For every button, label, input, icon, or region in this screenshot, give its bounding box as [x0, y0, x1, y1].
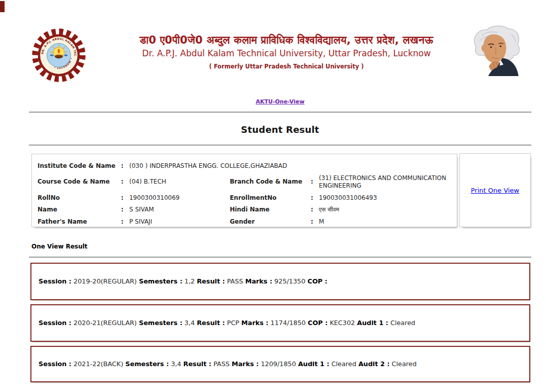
- info-value: M: [319, 216, 452, 228]
- result-field-label: Marks :: [241, 319, 268, 327]
- result-field-label: Semesters :: [139, 277, 183, 285]
- info-colon: :: [121, 216, 129, 228]
- info-label: Branch Code & Name: [230, 172, 311, 192]
- result-field-label: Session :: [39, 319, 71, 327]
- one-view-result-heading: One View Result: [31, 243, 88, 250]
- print-one-view-panel: Print One View: [459, 153, 531, 227]
- nav-row: AKTU-One-View: [29, 96, 531, 105]
- info-colon: :: [121, 172, 129, 192]
- info-row: Father's Name:P SIVAJIGender:M: [38, 216, 452, 228]
- info-label: Father's Name: [38, 216, 121, 228]
- result-field-label: Semesters :: [139, 319, 183, 327]
- info-label: Name: [38, 204, 121, 216]
- result-field-label: Semesters :: [125, 360, 169, 368]
- info-label: Institute Code & Name: [38, 160, 121, 172]
- info-colon: :: [311, 204, 319, 216]
- divider-top: [29, 112, 531, 113]
- university-title-hindi: डा0 ए0पी0जे0 अब्दुल कलाम प्राविधिक विश्व…: [91, 33, 482, 47]
- result-field-label: COP :: [307, 277, 327, 285]
- info-value: S SIVAM: [129, 204, 230, 216]
- result-field-label: Result :: [197, 277, 225, 285]
- page-title: Student Result: [29, 124, 531, 135]
- info-colon: :: [311, 172, 319, 192]
- divider-above-results: [29, 257, 531, 258]
- page-corner-artifact: [0, 1, 5, 12]
- university-title-block: डा0 ए0पी0जे0 अब्दुल कलाम प्राविधिक विश्व…: [91, 33, 482, 70]
- result-field-label: Result :: [197, 319, 225, 327]
- info-row: Institute Code & Name:(030 ) INDERPRASTH…: [38, 160, 452, 172]
- info-row: Name:S SIVAMHindi Name:एस सीवम: [38, 204, 452, 216]
- result-field-label: COP :: [308, 319, 327, 327]
- kalam-portrait-icon: [467, 24, 524, 78]
- info-value: (030 ) INDERPRASTHA ENGG. COLLEGE,GHAZIA…: [129, 160, 452, 172]
- result-field-label: Audit 2 :: [358, 360, 390, 368]
- info-colon: :: [311, 192, 319, 204]
- result-field-label: Marks :: [245, 277, 272, 285]
- print-one-view-link[interactable]: Print One View: [471, 187, 520, 194]
- student-info-table: Institute Code & Name:(030 ) INDERPRASTH…: [38, 160, 452, 228]
- result-field-label: Audit 1 :: [298, 360, 330, 368]
- info-colon: :: [121, 204, 129, 216]
- session-result-text: Session : 2021-22(BACK) Semesters : 3,4 …: [39, 360, 419, 368]
- info-label: EnrollmentNo: [230, 192, 311, 204]
- info-value: 1900300310069: [129, 192, 230, 204]
- info-row: RollNo:1900300310069EnrollmentNo:1900300…: [38, 192, 452, 204]
- result-field-label: Session :: [39, 360, 71, 368]
- student-result-page: DR. A.P.J. ABDUL KALAM TECHNICAL UNIVERS…: [0, 0, 546, 392]
- info-value: (31) ELECTRONICS AND COMMUNICATION ENGIN…: [319, 172, 452, 192]
- session-result-box: Session : 2020-21(REGULAR) Semesters : 3…: [30, 304, 530, 342]
- info-label: Hindi Name: [230, 204, 311, 216]
- university-logo-icon: DR. A.P.J. ABDUL KALAM TECHNICAL UNIVERS…: [31, 28, 86, 83]
- result-field-label: Session :: [39, 277, 71, 285]
- info-value: (04) B.TECH: [129, 172, 230, 192]
- session-result-box: Session : 2021-22(BACK) Semesters : 3,4 …: [30, 346, 530, 382]
- info-colon: :: [121, 160, 129, 172]
- info-value: 190030031006493: [319, 192, 452, 204]
- session-result-box: Session : 2019-20(REGULAR) Semesters : 1…: [30, 263, 530, 300]
- student-info-panel: Institute Code & Name:(030 ) INDERPRASTH…: [31, 154, 457, 227]
- divider-below-title: [29, 145, 531, 146]
- university-title-english: Dr. A.P.J. Abdul Kalam Technical Univers…: [91, 48, 482, 58]
- result-field-label: Marks :: [232, 360, 259, 368]
- result-field-label: Audit 1 :: [357, 319, 388, 327]
- info-label: Course Code & Name: [38, 172, 121, 192]
- info-colon: :: [311, 216, 319, 228]
- result-field-label: Result :: [184, 360, 211, 368]
- info-value: एस सीवम: [319, 204, 452, 216]
- kalam-portrait-image: [467, 24, 524, 78]
- session-result-text: Session : 2019-20(REGULAR) Semesters : 1…: [39, 277, 332, 286]
- info-value: P SIVAJI: [129, 216, 230, 228]
- info-label: RollNo: [38, 192, 121, 204]
- info-colon: :: [121, 192, 129, 204]
- info-row: Course Code & Name:(04) B.TECHBranch Cod…: [38, 172, 452, 192]
- university-logo: DR. A.P.J. ABDUL KALAM TECHNICAL UNIVERS…: [31, 28, 86, 83]
- session-result-text: Session : 2020-21(REGULAR) Semesters : 3…: [39, 318, 417, 327]
- info-label: Gender: [230, 216, 311, 228]
- aktu-one-view-link[interactable]: AKTU-One-View: [256, 98, 304, 105]
- university-formerly-note: ( Formerly Uttar Pradesh Technical Unive…: [91, 63, 482, 70]
